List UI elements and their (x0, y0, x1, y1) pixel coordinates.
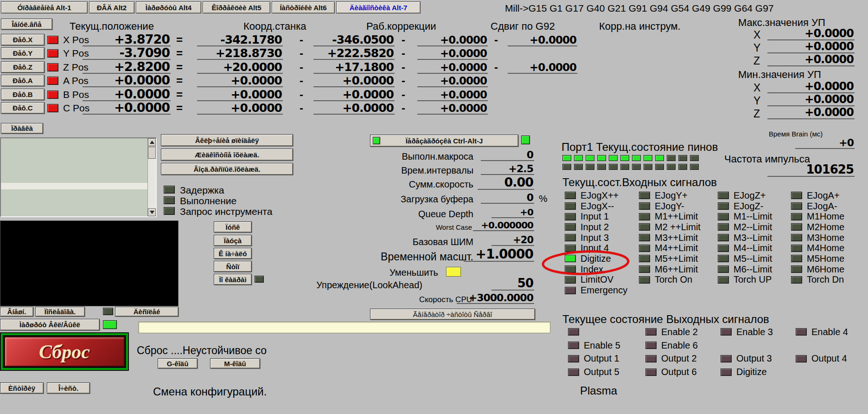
scroll-down-button[interactable] (148, 208, 156, 216)
reduce-indicator (446, 267, 461, 277)
min-z-value[interactable]: +0.0000 (767, 107, 855, 119)
toolpath-on-off-button[interactable]: Ìàðøðóò Âêë/Âûêë (0, 319, 100, 330)
input-led (791, 265, 802, 273)
status-message-field[interactable] (138, 322, 550, 333)
tab-diagnostics[interactable]: Äèàãíîñòèêà Alt-7 (336, 1, 421, 13)
queue-depth-value[interactable]: +0 (491, 207, 534, 218)
max-z-value[interactable]: +0.0000 (767, 54, 855, 66)
time-scale-value[interactable]: +1.0000 (464, 247, 534, 262)
scrollbar-thumb[interactable] (148, 147, 156, 159)
zero-all-button[interactable]: Îáíóë.âñå (1, 19, 52, 30)
dro-a-current[interactable]: +0.0000 (83, 74, 171, 87)
input-led (565, 287, 576, 294)
gcodes-button[interactable]: G-êîäû (158, 358, 198, 369)
axis-row-a: Ðåô.A A Pos +0.0000 = +0.0000 - +0.0000 … (0, 74, 598, 88)
dro-x-machine[interactable]: -342.1780 (197, 34, 283, 46)
dro-x-tool[interactable]: +0.0000 (508, 34, 577, 46)
output-cell: Output 2 (645, 352, 721, 366)
input-signals-title: Текущ.сост.Входных сигналов (562, 176, 717, 189)
flood-coolant-button[interactable]: Æèäêîñòíîå îõëàæä. (161, 149, 293, 161)
ref-a-button[interactable]: Ðåô.A (1, 75, 45, 86)
tab-offsets[interactable]: Êîððåêöèè Alt5 (203, 1, 270, 13)
reset-button[interactable]: Сброс (0, 332, 129, 371)
output-cell: Output 6 (645, 365, 721, 379)
min-x-value[interactable]: +0.0000 (767, 81, 855, 93)
base-pwm-value[interactable]: +20 (491, 235, 534, 246)
tab-toolpath[interactable]: Ìàðøðóòû Alt4 (136, 1, 201, 13)
dro-b-g92[interactable]: +0.0000 (417, 89, 488, 101)
equals-sign: = (176, 88, 183, 101)
display-button[interactable]: Äèñïëåé (115, 307, 179, 317)
dro-b-machine[interactable]: +0.0000 (197, 89, 283, 101)
pulse-frequency-value[interactable]: 101625 (767, 163, 855, 177)
dro-y-work[interactable]: +222.5820 (313, 47, 395, 60)
clear-status-button[interactable]: Î÷èñò. (47, 382, 90, 394)
input-cell: EJogY+ (639, 190, 718, 201)
ref-b-button[interactable]: Ðåô.B (1, 89, 45, 100)
servo-frequency-button[interactable]: Ãåíåðàòîð ÷àñòîòû Ñåðâî (370, 309, 535, 320)
scroll-up-button[interactable] (148, 138, 156, 146)
dro-c-g92[interactable]: +0.0000 (417, 103, 488, 115)
ref-c-button[interactable]: Ðåô.C (1, 102, 45, 114)
sequence-button[interactable]: Ïîñëåäîâà. (35, 307, 85, 317)
macro-run-value[interactable]: 0 (481, 149, 534, 161)
dro-z-tool[interactable]: +0.0000 (508, 62, 577, 74)
edit-button[interactable]: Ïðàâêà (1, 123, 43, 134)
listbox-scrollbar[interactable] (147, 138, 156, 216)
tab-mdi[interactable]: ÐÂÄ Alt2 (89, 1, 134, 13)
listbox-item[interactable] (1, 189, 147, 216)
dro-y-machine[interactable]: +218.8730 (197, 47, 283, 60)
pause-button[interactable]: Ïàóçà (214, 235, 252, 246)
output-led (721, 328, 732, 336)
dro-x-g92[interactable]: +0.0000 (417, 34, 488, 46)
ref-y-button[interactable]: Ðåô.Y (1, 47, 45, 59)
rewind-button[interactable]: Ê íà÷àëó (214, 248, 252, 259)
dro-y-g92[interactable]: +0.0000 (417, 48, 488, 60)
history-button[interactable]: Èñòîðèÿ (0, 382, 44, 394)
min-y-value[interactable]: +0.0000 (767, 94, 855, 106)
external-button[interactable]: Âíåøí. (0, 307, 33, 317)
dro-z-current[interactable]: +2.8200 (83, 60, 171, 74)
listbox-item[interactable] (1, 138, 147, 183)
dro-x-work[interactable]: -346.0500 (313, 34, 395, 46)
dro-x-current[interactable]: +3.8720 (83, 33, 171, 46)
tab-settings[interactable]: Íàñòðîéêè Alt6 (272, 1, 335, 13)
dro-z-g92[interactable]: +0.0000 (417, 62, 488, 74)
tab-program-run[interactable]: Óïðàâëåíèå Alt-1 (1, 1, 88, 13)
dro-a-machine[interactable]: +0.0000 (197, 75, 283, 87)
brain-time-value[interactable]: +0 (795, 137, 855, 149)
buffer-load-value[interactable]: 0 (481, 192, 534, 204)
dro-a-work[interactable]: +0.0000 (313, 75, 395, 87)
cycle-start-button[interactable]: Ïóñê (214, 221, 252, 233)
dro-y-current[interactable]: -3.7090 (83, 46, 171, 60)
blended-speed-value[interactable]: 0.00 (478, 176, 534, 190)
time-intervals-value[interactable]: +2.5 (481, 163, 534, 175)
max-x-value[interactable]: +0.0000 (767, 28, 855, 40)
max-y-value[interactable]: +0.0000 (767, 41, 855, 53)
spindle-toggle-button[interactable]: Âêëþ÷åíèå øïèíäåëÿ (161, 134, 293, 146)
program-listbox[interactable] (0, 137, 157, 217)
lookahead-value[interactable]: 50 (491, 277, 534, 291)
dro-c-work[interactable]: +0.0000 (313, 102, 395, 115)
ref-x-button[interactable]: Ðåô.X (1, 34, 45, 45)
input-led (565, 192, 576, 199)
stop-button[interactable]: Ñòîï (214, 261, 252, 272)
mist-coolant-button[interactable]: Âîçä.ðàñïûë.îõëàæä. (161, 163, 293, 175)
mcodes-button[interactable]: M-êîäû (210, 358, 260, 369)
dro-c-machine[interactable]: +0.0000 (197, 102, 283, 115)
dro-a-g92[interactable]: +0.0000 (417, 75, 488, 87)
dro-z-work[interactable]: +17.1800 (313, 61, 395, 74)
single-step-button[interactable]: Ïî êàäðàì (214, 274, 252, 285)
dro-b-work[interactable]: +0.0000 (313, 89, 395, 101)
dro-b-current[interactable]: +0.0000 (83, 88, 171, 101)
dro-c-current[interactable]: +0.0000 (83, 101, 171, 115)
ref-z-button[interactable]: Ðåô.Z (1, 61, 45, 73)
reload-button[interactable]: Ïåðåçàãðóçêà Ctrl-Alt-J (370, 135, 518, 147)
toolpath-display[interactable] (0, 220, 179, 306)
output-label: Output 5 (584, 367, 619, 377)
worst-case-value[interactable]: +0.000000 (473, 220, 534, 231)
dro-z-machine[interactable]: +20.0000 (197, 61, 283, 74)
cpu-speed-value[interactable]: +3000.0000 (457, 292, 534, 304)
time-scale-label: Временной масшт. (306, 251, 473, 263)
input-cell: EJogZ- (718, 201, 791, 212)
